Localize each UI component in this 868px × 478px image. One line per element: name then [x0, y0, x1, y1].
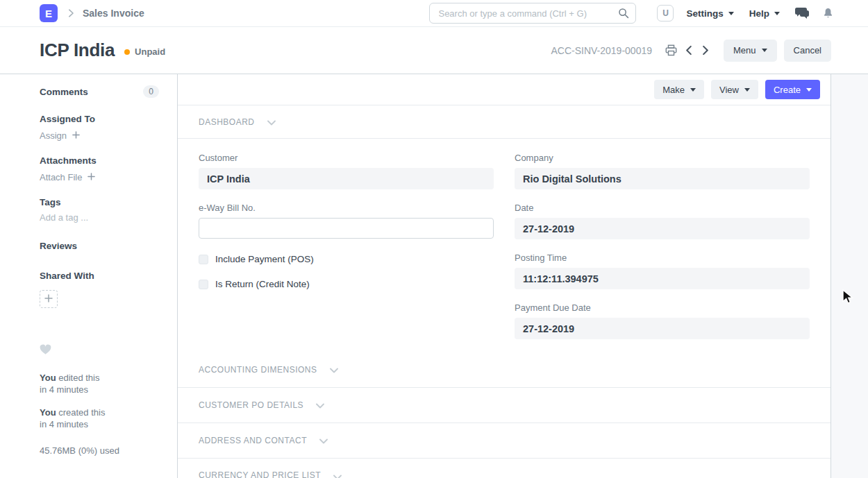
attach-file-label: Attach File [40, 172, 82, 182]
section-dashboard-label: DASHBOARD [199, 117, 255, 127]
caret-down-icon [774, 12, 780, 15]
plus-icon [44, 294, 53, 305]
next-document-icon[interactable] [701, 45, 710, 56]
status-label: Unpaid [135, 46, 165, 57]
company-field: Company Rio Digital Solutions [515, 153, 810, 189]
attachments-heading: Attachments [40, 155, 159, 166]
form-column-left: Customer ICP India e-Way Bill No. Includ… [199, 153, 494, 352]
menu-button-label: Menu [733, 45, 756, 56]
user-avatar[interactable]: U [657, 5, 674, 22]
eway-bill-label: e-Way Bill No. [199, 203, 494, 213]
make-button-label: Make [662, 85, 685, 95]
is-return-checkbox-row[interactable]: Is Return (Credit Note) [199, 279, 494, 289]
company-value[interactable]: Rio Digital Solutions [515, 168, 810, 189]
page-head: ICP India Unpaid ACC-SINV-2019-00019 Men… [0, 27, 868, 74]
form-column-right: Company Rio Digital Solutions Date 27-12… [515, 153, 810, 352]
prev-document-icon[interactable] [684, 45, 694, 56]
page-title: ICP India [40, 40, 115, 61]
date-label: Date [515, 203, 810, 213]
checkbox-icon[interactable] [199, 255, 208, 264]
make-button[interactable]: Make [654, 80, 704, 99]
chevron-down-icon [267, 116, 276, 128]
edited-note: You edited this in 4 minutes [40, 372, 159, 395]
view-button[interactable]: View [711, 80, 758, 99]
section-dashboard[interactable]: DASHBOARD [178, 105, 831, 139]
chevron-down-icon [316, 399, 324, 411]
comments-link[interactable]: Comments 0 [40, 85, 159, 98]
reviews-heading: Reviews [40, 241, 159, 251]
form-toolbar: Make View Create [178, 74, 831, 105]
created-action: created this [58, 407, 105, 418]
chevron-down-icon [330, 364, 338, 376]
eway-bill-input[interactable] [199, 218, 494, 239]
create-button-label: Create [774, 85, 801, 95]
date-field: Date 27-12-2019 [515, 203, 810, 239]
chevron-down-icon [319, 434, 328, 447]
breadcrumb[interactable]: Sales Invoice [83, 8, 144, 19]
status-dot-icon [124, 49, 130, 55]
help-label: Help [749, 8, 769, 19]
is-return-label: Is Return (Credit Note) [215, 279, 310, 289]
settings-menu[interactable]: Settings [686, 8, 733, 19]
create-button[interactable]: Create [765, 80, 820, 99]
include-payment-checkbox-row[interactable]: Include Payment (POS) [199, 254, 494, 264]
caret-down-icon [762, 49, 767, 52]
chat-icon[interactable] [795, 8, 809, 19]
include-payment-label: Include Payment (POS) [215, 254, 314, 264]
status-badge: Unpaid [124, 46, 165, 57]
form-layout: Make View Create DASHBOARD [177, 74, 831, 478]
right-gutter [831, 74, 868, 478]
section-address-and-contact[interactable]: ADDRESS AND CONTACT [178, 423, 831, 459]
customer-value[interactable]: ICP India [199, 168, 494, 189]
share-add-button[interactable] [40, 290, 58, 308]
app-logo[interactable]: E [40, 4, 58, 22]
storage-usage: 45.76MB (0%) used [40, 445, 159, 456]
posting-time-value[interactable]: 11:12:11.394975 [515, 268, 810, 289]
posting-time-label: Posting Time [515, 253, 810, 263]
section-accounting-dimensions[interactable]: ACCOUNTING DIMENSIONS [178, 352, 831, 388]
like-heart-icon[interactable] [40, 344, 159, 357]
help-menu[interactable]: Help [749, 8, 780, 19]
section-customer-po-details-label: CUSTOMER PO DETAILS [199, 400, 303, 410]
eway-bill-field: e-Way Bill No. [199, 203, 494, 239]
caret-down-icon [744, 88, 750, 92]
caret-down-icon [728, 12, 734, 15]
caret-down-icon [806, 88, 812, 92]
customer-field: Customer ICP India [199, 153, 494, 189]
shared-with-heading: Shared With [40, 271, 159, 281]
cancel-button[interactable]: Cancel [784, 40, 831, 62]
posting-time-field: Posting Time 11:12:11.394975 [515, 253, 810, 289]
form-fields: Customer ICP India e-Way Bill No. Includ… [178, 139, 831, 352]
created-who: You [40, 407, 56, 418]
plus-icon [87, 172, 95, 182]
assign-button[interactable]: Assign [40, 130, 159, 141]
checkbox-icon[interactable] [199, 280, 208, 289]
edited-when: in 4 minutes [40, 384, 88, 395]
navbar-right: U Settings Help [429, 3, 833, 24]
created-when: in 4 minutes [40, 419, 88, 429]
document-number[interactable]: ACC-SINV-2019-00019 [551, 45, 652, 56]
notifications-bell-icon[interactable] [823, 8, 833, 19]
print-icon[interactable] [665, 44, 677, 56]
menu-button[interactable]: Menu [724, 40, 777, 62]
section-address-and-contact-label: ADDRESS AND CONTACT [199, 436, 307, 445]
section-currency-and-price-list[interactable]: CURRENCY AND PRICE LIST [178, 459, 831, 478]
edited-who: You [40, 373, 56, 383]
add-tag-input[interactable]: Add a tag ... [40, 212, 159, 223]
comments-count-badge: 0 [143, 85, 159, 98]
payment-due-date-value[interactable]: 27-12-2019 [515, 318, 810, 339]
section-currency-and-price-list-label: CURRENCY AND PRICE LIST [199, 470, 321, 478]
search-input[interactable] [429, 3, 636, 24]
page-head-actions: ACC-SINV-2019-00019 Menu Cancel [551, 40, 831, 62]
section-customer-po-details[interactable]: CUSTOMER PO DETAILS [178, 388, 831, 423]
customer-label: Customer [199, 153, 494, 163]
chevron-right-icon [66, 8, 76, 18]
created-note: You created this in 4 minutes [40, 407, 159, 430]
attach-file-button[interactable]: Attach File [40, 172, 159, 182]
search-icon[interactable] [618, 8, 629, 22]
form-sidebar: Comments 0 Assigned To Assign Attachment… [0, 74, 177, 478]
date-value[interactable]: 27-12-2019 [515, 218, 810, 239]
comments-label: Comments [40, 87, 88, 97]
caret-down-icon [690, 88, 696, 92]
global-search [429, 3, 636, 24]
